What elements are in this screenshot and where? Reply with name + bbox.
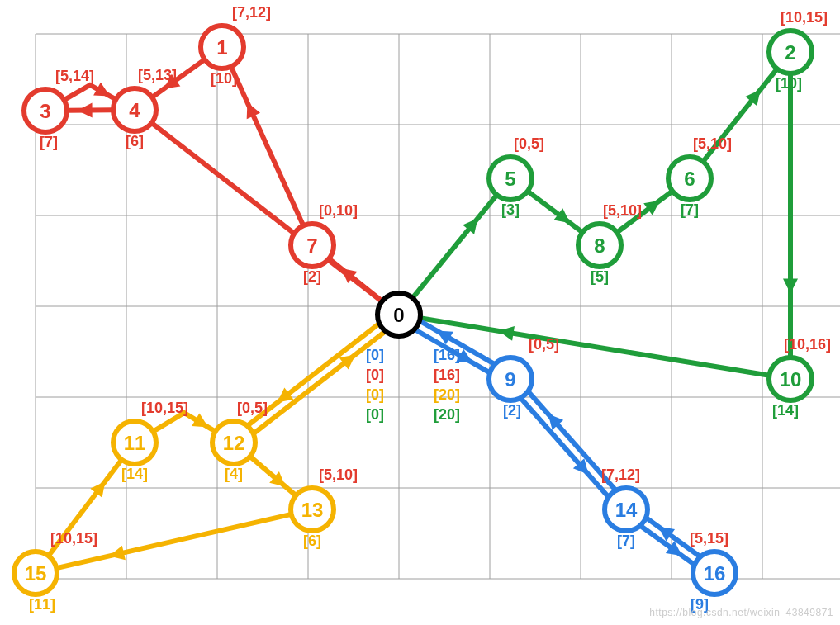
node-7-cost: [2] [303, 268, 321, 285]
node-15-cost: [11] [29, 596, 55, 613]
node-2: 2[10,15][10] [769, 9, 828, 92]
node-16-timewindow: [5,15] [690, 530, 728, 547]
node-3-label: 3 [40, 100, 50, 122]
node-14-cost: [7] [617, 533, 635, 549]
node-14-label: 14 [615, 499, 638, 521]
node-4-cost: [6] [126, 133, 144, 149]
node-1-timewindow: [7,12] [232, 4, 271, 21]
arrow-7-1 [240, 99, 260, 119]
node-2-label: 2 [785, 41, 795, 64]
node-2-cost: [10] [776, 75, 802, 92]
edge-7-1 [231, 67, 303, 226]
depot-annot-green-0: [0] [366, 406, 384, 423]
node-0: 0 [377, 293, 420, 336]
depot-annot-blue-0: [0] [366, 347, 384, 363]
edge-10-0 [420, 318, 770, 376]
depot-annot-blue-1: [16] [434, 347, 460, 363]
edge-12-13 [250, 457, 296, 495]
node-9-cost: [2] [503, 402, 521, 419]
node-13: 13[5,10][6] [291, 466, 358, 549]
node-10: 10[10,16][14] [769, 336, 831, 419]
node-10-cost: [14] [772, 402, 799, 419]
node-12-label: 12 [223, 432, 245, 454]
depot-annot-orange-1: [20] [434, 386, 460, 403]
node-6-cost: [7] [681, 201, 699, 218]
edge-3-4 [64, 85, 116, 100]
node-8-label: 8 [594, 234, 605, 257]
node-11-timewindow: [10,15] [141, 400, 188, 416]
node-5-label: 5 [505, 168, 515, 190]
node-9-label: 9 [505, 368, 515, 391]
arrow-3-4 [93, 83, 113, 102]
depot-annot-green-1: [20] [434, 406, 460, 423]
node-5-timewindow: [0,5] [514, 135, 544, 152]
node-3-timewindow: [5,14] [55, 68, 94, 84]
edge-0-5 [412, 195, 496, 298]
node-1-label: 1 [216, 36, 227, 59]
node-3-cost: [7] [40, 134, 58, 150]
node-6-timewindow: [5,10] [693, 135, 732, 152]
node-13-timewindow: [5,10] [319, 466, 358, 483]
depot-annot-red-0: [0] [366, 367, 384, 383]
node-13-cost: [6] [303, 533, 321, 549]
node-15-timewindow: [10,15] [50, 530, 97, 547]
node-12-timewindow: [0,5] [237, 400, 268, 416]
node-4-timewindow: [5,13] [138, 67, 177, 83]
node-8: 8[5,10][5] [578, 202, 642, 285]
node-5: 5[0,5][3] [489, 135, 544, 218]
node-11: 11[10,15][14] [113, 400, 188, 482]
node-2-timewindow: [10,15] [781, 9, 828, 26]
diagram-canvas: 01[7,12][10]2[10,15][10]3[5,14][7]4[5,13… [0, 0, 840, 625]
node-10-timewindow: [10,16] [784, 336, 831, 353]
node-15: 15[10,15][11] [14, 530, 97, 613]
node-5-cost: [3] [501, 201, 520, 218]
node-15-label: 15 [25, 562, 47, 585]
node-7-label: 7 [306, 234, 317, 257]
node-12-cost: [4] [225, 466, 243, 482]
node-6-label: 6 [684, 168, 695, 190]
node-6: 6[5,10][7] [668, 135, 732, 218]
node-14: 14[7,12][7] [601, 466, 648, 549]
edge-9-14 [521, 398, 609, 496]
node-0-label: 0 [393, 304, 404, 326]
node-8-timewindow: [5,10] [603, 202, 642, 219]
node-9-timewindow: [0,5] [529, 336, 559, 353]
node-10-label: 10 [780, 368, 802, 391]
node-1: 1[7,12][10] [201, 4, 271, 87]
depot-annot-red-1: [16] [434, 367, 460, 383]
node-12: 12[0,5][4] [212, 400, 268, 482]
node-11-label: 11 [124, 432, 146, 454]
arrow-4-3 [78, 102, 93, 117]
node-16-label: 16 [704, 562, 726, 585]
depot-annot-orange-0: [0] [366, 386, 384, 403]
node-4-label: 4 [129, 99, 140, 121]
node-8-cost: [5] [591, 268, 609, 285]
node-7-timewindow: [0,10] [319, 202, 358, 219]
svg-root: 01[7,12][10]2[10,15][10]3[5,14][7]4[5,13… [0, 0, 840, 625]
node-13-label: 13 [301, 499, 324, 521]
node-11-cost: [14] [121, 466, 148, 482]
arrow-2-10 [783, 279, 798, 294]
node-16: 16[5,15][9] [690, 530, 736, 613]
watermark: https://blog.csdn.net/weixin_43849871 [649, 607, 833, 618]
node-1-cost: [10] [211, 70, 237, 87]
node-14-timewindow: [7,12] [601, 466, 640, 483]
edge-5-8 [528, 192, 582, 233]
node-9: 9[0,5][2] [489, 336, 559, 419]
